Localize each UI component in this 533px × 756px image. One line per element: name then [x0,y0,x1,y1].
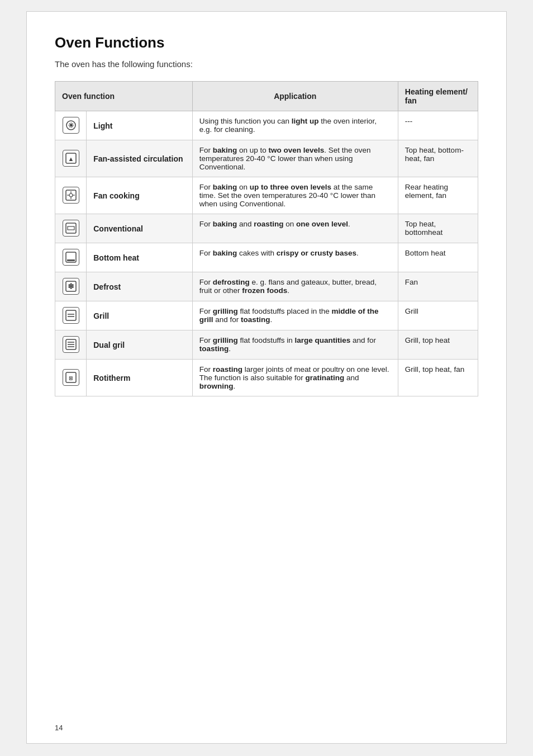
application-description: For defrosting e. g. flans and gateaux, … [192,272,398,301]
svg-text:❄: ❄ [68,282,74,291]
table-row: Fan cookingFor baking on up to three ove… [55,177,478,214]
oven-functions-table: Oven function Application Heating elemen… [55,81,478,396]
svg-text:☀: ☀ [68,121,74,130]
table-row: ⊠RotithermFor roasting larger joints of … [55,360,478,396]
svg-rect-11 [68,226,74,230]
function-name: Dual gril [87,330,192,360]
heating-element: Grill [398,301,478,330]
table-row: ▲Fan-assisted circulationFor baking on u… [55,140,478,177]
function-name: Light [87,111,192,140]
light-icon: ☀ [55,111,87,140]
function-name: Bottom heat [87,243,192,272]
rotitherm-icon: ⊠ [55,360,87,396]
svg-text:⊠: ⊠ [69,375,73,382]
conventional-icon [55,214,87,243]
application-description: For roasting larger joints of meat or po… [192,360,398,396]
table-row: GrillFor grilling flat foodstuffs placed… [55,301,478,330]
function-name: Conventional [87,214,192,243]
table-row: ConventionalFor baking and roasting on o… [55,214,478,243]
page-number: 14 [55,724,63,732]
function-name: Rotitherm [87,360,192,396]
bottom-heat-icon [55,243,87,272]
heating-element: Rear heating element, fan [398,177,478,214]
col-header-oven-function: Oven function [55,82,193,111]
page: Oven Functions The oven has the followin… [26,11,507,744]
table-row: ❄DefrostFor defrosting e. g. flans and g… [55,272,478,301]
function-name: Fan-assisted circulation [87,140,192,177]
page-title: Oven Functions [55,34,478,51]
heating-element: Bottom heat [398,243,478,272]
col-header-application: Application [192,82,398,111]
heating-element: Top heat, bottom-heat, fan [398,140,478,177]
application-description: Using this function you can light up the… [192,111,398,140]
table-row: Bottom heatFor baking cakes with crispy … [55,243,478,272]
col-header-heating: Heating element/ fan [398,82,478,111]
dual-grill-icon [55,330,87,360]
application-description: For grilling flat foodstuffs in large qu… [192,330,398,360]
svg-rect-16 [66,310,76,320]
function-name: Grill [87,301,192,330]
svg-text:▲: ▲ [68,155,74,162]
heating-element: Grill, top heat [398,330,478,360]
application-description: For grilling flat foodstuffs placed in t… [192,301,398,330]
svg-rect-13 [67,259,75,261]
heating-element: --- [398,111,478,140]
application-description: For baking on up to three oven levels at… [192,177,398,214]
svg-point-5 [69,193,73,197]
table-row: ☀LightUsing this function you can light … [55,111,478,140]
subtitle: The oven has the following functions: [55,59,478,69]
defrost-icon: ❄ [55,272,87,301]
application-description: For baking and roasting on one oven leve… [192,214,398,243]
application-description: For baking on up to two oven levels. Set… [192,140,398,177]
function-name: Defrost [87,272,192,301]
grill-icon [55,301,87,330]
function-name: Fan cooking [87,177,192,214]
application-description: For baking cakes with crispy or crusty b… [192,243,398,272]
fan-cooking-icon [55,177,87,214]
heating-element: Top heat, bottomheat [398,214,478,243]
fan-assisted-icon: ▲ [55,140,87,177]
table-row: Dual grilFor grilling flat foodstuffs in… [55,330,478,360]
heating-element: Grill, top heat, fan [398,360,478,396]
heating-element: Fan [398,272,478,301]
